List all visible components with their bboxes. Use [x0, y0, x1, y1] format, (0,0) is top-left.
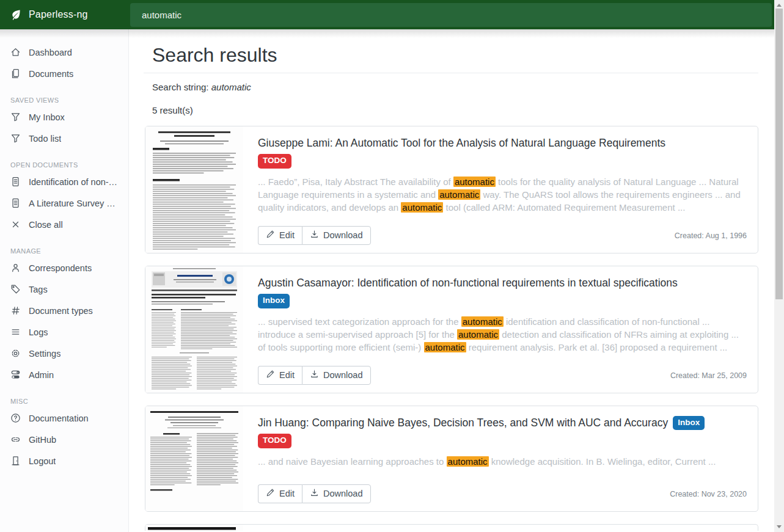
tag-icon [10, 284, 21, 294]
sidebar-section: MANAGECorrespondentsTagsDocument typesLo… [0, 239, 128, 385]
sidebar-item-documents[interactable]: Documents [0, 63, 128, 84]
document-thumbnail[interactable] [145, 126, 243, 253]
sidebar-item-tags[interactable]: Tags [0, 279, 128, 300]
document-thumbnail[interactable] [145, 525, 243, 531]
download-button-label: Download [323, 230, 363, 240]
pencil-icon [266, 488, 275, 499]
download-button[interactable]: Download [302, 366, 371, 385]
sidebar-item-my-inbox[interactable]: My Inbox [0, 106, 128, 128]
card-footer: EditDownloadCreated: Aug 1, 1996 [258, 226, 747, 245]
search-hit-highlight: automatic [457, 329, 499, 340]
list-icon [10, 327, 21, 337]
edit-button[interactable]: Edit [258, 366, 302, 385]
app-brand[interactable]: Paperless-ng [0, 0, 129, 29]
sidebar-section: DashboardDocuments [0, 42, 128, 84]
sidebar-item-logout[interactable]: Logout [0, 450, 128, 472]
search-input[interactable] [130, 3, 772, 27]
sidebar-item-settings[interactable]: Settings [0, 343, 128, 364]
sidebar-item-close-all[interactable]: Close all [0, 214, 128, 235]
scrollbar-down-arrow-icon[interactable] [777, 525, 782, 528]
door-icon [10, 456, 21, 466]
search-excerpt: ... and naive Bayesian learning approach… [258, 455, 747, 468]
document-title-link[interactable]: Giuseppe Lami: An Automatic Tool for the… [258, 137, 665, 149]
search-bar [129, 0, 774, 29]
download-button[interactable]: Download [302, 226, 371, 245]
results-list: Giuseppe Lami: An Automatic Tool for the… [145, 126, 758, 531]
title-row: Agustin Casamayor: Identification of non… [258, 274, 747, 291]
edit-button-label: Edit [279, 489, 295, 498]
sidebar-item-identification-of-non-fu[interactable]: Identification of non-fu... [0, 171, 128, 192]
tag-badge[interactable]: TODO [258, 154, 291, 168]
file-text-icon [10, 198, 21, 208]
toggles-icon [10, 370, 21, 380]
sidebar-item-label: Dashboard [29, 48, 72, 57]
search-excerpt: ... supervised text categorization appro… [258, 315, 747, 354]
sidebar-item-label: A Literature Survey on ... [29, 199, 118, 208]
funnel-icon [10, 112, 21, 122]
search-hit-highlight: automatic [461, 316, 504, 327]
person-icon [10, 263, 21, 273]
search-hit-highlight: automatic [424, 342, 466, 352]
sidebar-item-logs[interactable]: Logs [0, 321, 128, 343]
sidebar-item-github[interactable]: GitHub [0, 429, 128, 450]
download-icon [310, 230, 319, 241]
sidebar-item-a-literature-survey-on[interactable]: A Literature Survey on ... [0, 192, 128, 214]
card-main [243, 525, 758, 531]
card-main: Giuseppe Lami: An Automatic Tool for the… [243, 126, 758, 253]
scrollbar-up-arrow-icon[interactable] [777, 4, 782, 7]
document-thumbnail[interactable] [145, 266, 243, 393]
home-icon [10, 47, 21, 57]
edit-button[interactable]: Edit [258, 484, 302, 503]
gear-icon [10, 348, 21, 359]
download-icon [310, 488, 319, 499]
sidebar-item-correspondents[interactable]: Correspondents [0, 257, 128, 279]
sidebar-item-label: Document types [29, 306, 93, 316]
documents-icon [10, 68, 21, 79]
sidebar-item-label: My Inbox [29, 112, 65, 122]
sidebar-item-label: Tags [29, 285, 48, 294]
search-hit-highlight: automatic [401, 202, 443, 213]
action-button-group: EditDownload [258, 226, 371, 245]
edit-button[interactable]: Edit [258, 226, 302, 245]
question-circle-icon [10, 413, 21, 423]
tag-badge[interactable]: Inbox [258, 294, 290, 308]
result-count: 5 result(s) [152, 105, 758, 115]
document-title-link[interactable]: Agustin Casamayor: Identification of non… [258, 277, 678, 289]
scrollbar [774, 0, 784, 532]
document-thumbnail[interactable] [145, 406, 243, 511]
title-row: Giuseppe Lami: An Automatic Tool for the… [258, 134, 747, 151]
card-footer: EditDownloadCreated: Mar 25, 2009 [258, 366, 747, 385]
tag-badge[interactable]: TODO [258, 434, 291, 448]
sidebar-item-label: Logout [29, 456, 56, 466]
action-button-group: EditDownload [258, 366, 371, 385]
sidebar-item-todo-list[interactable]: Todo list [0, 128, 128, 149]
search-result-card: Giuseppe Lami: An Automatic Tool for the… [145, 126, 758, 253]
pencil-icon [266, 230, 275, 241]
file-text-icon [10, 177, 21, 187]
title-row: Jin Huang: Comparing Naive Bayes, Decisi… [258, 414, 747, 431]
hash-icon [10, 305, 21, 316]
sidebar-section-heading: MISC [0, 389, 128, 407]
action-button-group: EditDownload [258, 484, 371, 503]
card-footer: EditDownloadCreated: Nov 23, 2020 [258, 484, 747, 503]
download-button-label: Download [323, 489, 363, 498]
scrollbar-thumb[interactable] [775, 9, 783, 299]
brand-label: Paperless-ng [29, 9, 88, 20]
search-result-card-partial [145, 524, 758, 531]
sidebar-item-dashboard[interactable]: Dashboard [0, 42, 128, 63]
sidebar-item-document-types[interactable]: Document types [0, 300, 128, 321]
divider [144, 73, 758, 73]
tag-badge[interactable]: Inbox [673, 416, 705, 430]
sidebar-section-heading: OPEN DOCUMENTS [0, 153, 128, 171]
sidebar-item-documentation[interactable]: Documentation [0, 407, 128, 429]
sidebar-section: SAVED VIEWSMy InboxTodo list [0, 88, 128, 149]
sidebar-item-label: Documents [29, 69, 73, 79]
sidebar-item-admin[interactable]: Admin [0, 364, 128, 385]
app-window: Paperless-ng DashboardDocumentsSAVED VIE… [0, 0, 784, 532]
download-button[interactable]: Download [302, 484, 371, 503]
download-button-label: Download [323, 370, 363, 380]
document-title-link[interactable]: Jin Huang: Comparing Naive Bayes, Decisi… [258, 417, 668, 429]
download-icon [310, 370, 319, 381]
sidebar-item-label: Close all [29, 220, 63, 230]
search-string-value: automatic [211, 82, 251, 92]
